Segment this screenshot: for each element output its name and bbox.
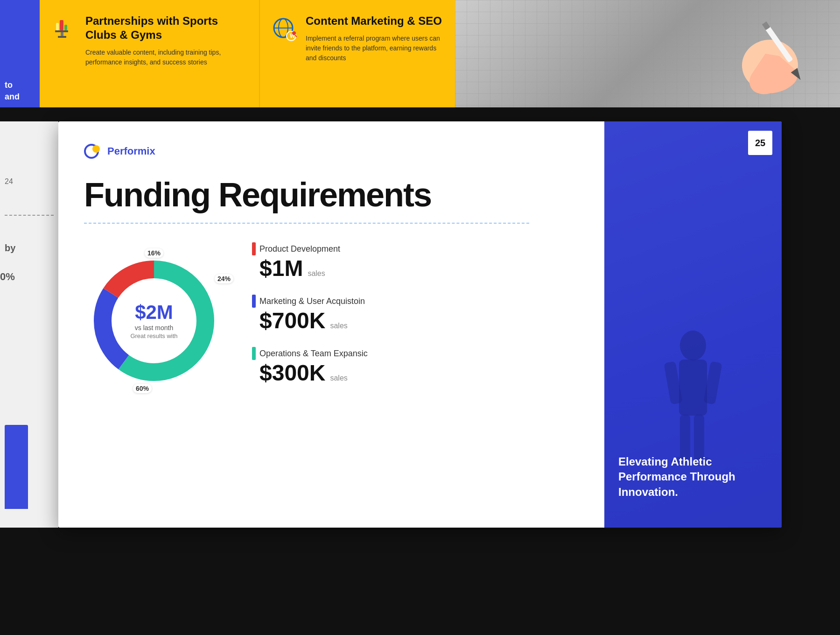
legend-sales-2: sales	[330, 374, 347, 382]
slide-title: Funding Requirements	[84, 176, 579, 213]
main-slide: Performix Funding Requirements 16% 24%	[58, 121, 782, 528]
partial-pct-text: 0%	[0, 271, 15, 283]
svg-rect-4	[61, 32, 63, 36]
sidebar-text1: to	[5, 80, 13, 90]
legend-item-0: Product Development $1M sales	[252, 242, 579, 280]
card2-description: Implement a referral program where users…	[306, 34, 443, 63]
tagline-line1: Elevating Athletic	[618, 455, 712, 468]
left-sidebar: to and	[0, 0, 40, 107]
black-gap	[0, 107, 840, 121]
card2-content: Content Marketing & SEO Implement a refe…	[306, 14, 443, 63]
svg-rect-0	[60, 20, 63, 30]
partial-content: 24 by 0%	[0, 121, 58, 149]
legend-name-2: Operations & Team Expansic	[259, 349, 368, 359]
card1-content: Partnerships with Sports Clubs & Gyms Cr…	[85, 14, 247, 67]
svg-rect-1	[56, 23, 59, 30]
tagline-line2: Performance Through	[618, 470, 735, 483]
legend-dot-0	[252, 242, 256, 255]
partial-bar	[5, 425, 28, 509]
logo-text: Performix	[107, 145, 155, 157]
donut-sublabel: vs last month	[130, 324, 177, 332]
card1-description: Create valuable content, including train…	[85, 48, 247, 67]
legend-dot-2	[252, 347, 256, 360]
svg-rect-23	[679, 360, 707, 416]
legend-name-1: Marketing & User Acquistoin	[259, 296, 365, 306]
svg-rect-3	[55, 30, 68, 32]
page-number: 25	[748, 131, 772, 155]
pct-label-bottom: 60%	[133, 384, 152, 393]
top-section: to and Partnerships with Sports Clubs & …	[0, 0, 840, 107]
slide-right-panel: 25 Elevating Athletic Performance Throug…	[604, 121, 782, 528]
tagline-line3: Innovation.	[618, 486, 678, 498]
seo-icon: W	[272, 16, 297, 42]
legend-dot-1	[252, 295, 256, 308]
legend-item-2: Operations & Team Expansic $300K sales	[252, 347, 579, 384]
legend-sales-0: sales	[308, 269, 325, 278]
sidebar-text: to and	[5, 79, 35, 103]
card1-title: Partnerships with Sports Clubs & Gyms	[85, 14, 247, 42]
logo-area: Performix	[84, 142, 579, 160]
legend-name-0: Product Development	[259, 244, 340, 254]
yellow-card-1: Partnerships with Sports Clubs & Gyms Cr…	[40, 0, 259, 107]
donut-main-value: $2M	[130, 303, 177, 322]
top-photo	[455, 0, 840, 107]
svg-rect-2	[64, 25, 67, 30]
partial-divider	[5, 215, 54, 216]
legend-amount-2: $300K	[259, 362, 325, 384]
legend-amount-row-0: $1M sales	[259, 257, 579, 280]
pct-label-right: 24%	[215, 274, 233, 283]
donut-chart: 16% 24% 60% $2M vs last month Great resu…	[84, 251, 224, 391]
legend-header-0: Product Development	[252, 242, 579, 255]
performix-logo-icon	[84, 142, 102, 160]
chart-legend: Product Development $1M sales Marketing …	[252, 242, 579, 399]
partnerships-icon	[51, 16, 77, 42]
legend-header-1: Marketing & User Acquistoin	[252, 295, 579, 308]
svg-point-11	[292, 31, 296, 35]
slide-content-left: Performix Funding Requirements 16% 24%	[58, 121, 604, 528]
photo-content	[455, 0, 840, 107]
legend-sales-1: sales	[330, 322, 347, 330]
legend-amount-1: $700K	[259, 310, 325, 332]
donut-sublabel2: Great results with	[130, 332, 177, 339]
svg-point-22	[680, 331, 706, 360]
donut-center-text: $2M vs last month Great results with	[130, 303, 177, 339]
slide-tagline: Elevating Athletic Performance Through I…	[618, 454, 768, 500]
partial-by-text: by	[5, 243, 15, 254]
sidebar-text2: and	[5, 92, 20, 101]
legend-header-2: Operations & Team Expansic	[252, 347, 579, 360]
hand-pen-icon	[728, 9, 812, 98]
card2-title: Content Marketing & SEO	[306, 14, 443, 28]
legend-amount-row-1: $700K sales	[259, 310, 579, 332]
partial-page-num: 24	[5, 177, 13, 186]
legend-amount-row-2: $300K sales	[259, 362, 579, 384]
slide-divider	[84, 223, 529, 224]
chart-legend-area: 16% 24% 60% $2M vs last month Great resu…	[84, 242, 579, 399]
svg-point-18	[92, 145, 100, 153]
legend-amount-0: $1M	[259, 257, 303, 280]
svg-rect-5	[58, 36, 66, 38]
left-partial-slide: 24 by 0%	[0, 121, 58, 528]
legend-item-1: Marketing & User Acquistoin $700K sales	[252, 295, 579, 332]
yellow-card-2: W Content Marketing & SEO Implement a re…	[259, 0, 455, 107]
pct-label-top: 16%	[145, 248, 163, 258]
